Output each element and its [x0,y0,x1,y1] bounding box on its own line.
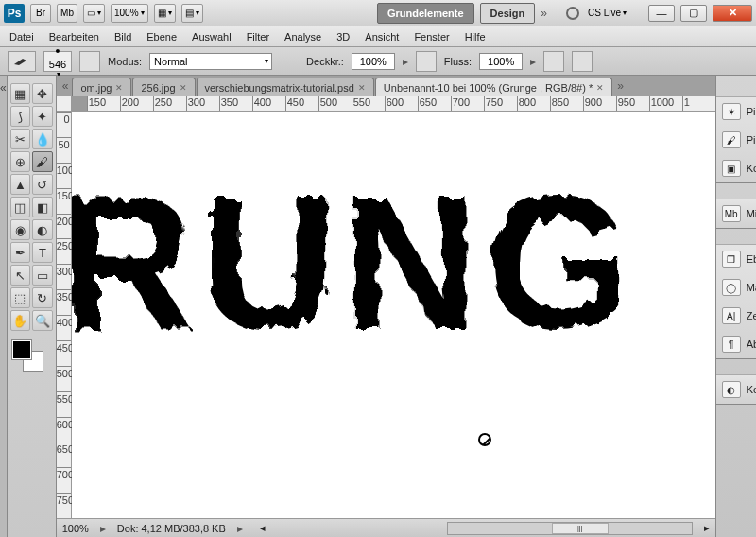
scroll-left-icon[interactable]: ◂ [260,522,266,534]
shape-tool[interactable]: ▭ [32,265,53,286]
menu-analyse[interactable]: Analyse [284,31,321,43]
crop-tool[interactable]: ✂ [10,129,31,149]
opacity-pressure-toggle[interactable] [416,51,437,72]
options-bar: •546 Modus: Normal Deckkr.: 100% ▸ Fluss… [0,47,756,76]
panel-minibridge[interactable]: MbMini ... [716,199,756,228]
tool-preset-picker[interactable] [8,51,36,72]
tab-scroll-left-icon[interactable]: « [62,79,69,93]
close-icon[interactable]: ✕ [358,83,366,93]
adjustments-icon: ◐ [722,381,741,398]
tab-unbenannt[interactable]: Unbenannt-10 bei 100% (Grunge , RGB/8#) … [375,78,612,96]
history-brush-tool[interactable]: ↺ [32,174,53,195]
cslive-dropdown[interactable]: CS Live [585,4,629,23]
clone-icon: ▣ [722,160,741,177]
foreground-swatch[interactable] [12,340,31,359]
3d-object-tool[interactable]: ⬚ [10,287,31,308]
menu-auswahl[interactable]: Auswahl [192,31,232,43]
move-tool[interactable]: ✥ [32,83,53,104]
flow-input[interactable]: 100% [479,53,523,70]
workspace-tab-grundelemente[interactable]: Grundelemente [377,3,474,24]
toolbox-expand-strip[interactable]: « [0,76,8,537]
horizontal-scrollbar[interactable]: ||| [447,522,693,535]
brush-tool[interactable]: 🖌 [32,151,53,172]
menu-bild[interactable]: Bild [114,31,131,43]
panel-pinsel[interactable]: 🖌Pinsel [716,126,756,154]
dodge-tool[interactable]: ◐ [32,219,53,240]
panel-masken[interactable]: ◯Masken [716,273,756,302]
menu-ebene[interactable]: Ebene [146,31,177,43]
panel-zeichen[interactable]: A|Zeichen [716,302,756,330]
minibridge-button[interactable]: Mb [57,4,77,23]
character-icon: A| [722,307,741,324]
flow-flyout-icon[interactable]: ▸ [530,55,536,68]
mode-label: Modus: [108,56,142,67]
tab-256[interactable]: 256.jpg✕ [132,78,195,96]
no-drop-cursor-icon [478,433,491,446]
zoom-dropdown[interactable]: 100% [111,4,148,23]
stamp-tool[interactable]: ▲ [10,174,31,195]
screen-mode-button[interactable]: ▭ [83,4,105,23]
panel-absatz[interactable]: ¶Absatz [716,330,756,358]
panel-pinsel-presets[interactable]: ✶Pinsel... [716,97,756,126]
arrange-button[interactable]: ▦ [154,4,176,23]
menu-datei[interactable]: Datei [9,31,34,43]
gradient-tool[interactable]: ◧ [32,197,53,217]
close-icon[interactable]: ✕ [180,83,187,93]
menu-filter[interactable]: Filter [247,31,269,43]
extras-button[interactable]: ▤ [181,4,203,23]
wand-tool[interactable]: ✦ [32,106,53,127]
status-menu-icon[interactable]: ▸ [237,522,243,535]
close-icon[interactable]: ✕ [596,83,604,93]
horizontal-ruler[interactable]: 1502002503003504004505005506006507007508… [87,96,715,112]
maximize-button[interactable]: ▢ [680,5,707,22]
canvas[interactable]: RUNG [72,112,715,518]
lasso-tool[interactable]: ⟆ [10,106,31,127]
status-flyout-icon[interactable]: ▸ [100,522,106,535]
menu-bar: Datei Bearbeiten Bild Ebene Auswahl Filt… [0,26,756,47]
type-tool[interactable]: T [32,242,53,263]
workspace-more-icon[interactable]: » [541,7,547,20]
menu-fenster[interactable]: Fenster [414,31,449,43]
airbrush-toggle[interactable] [543,51,564,72]
eraser-tool[interactable]: ◫ [10,197,31,217]
status-doc-size[interactable]: Dok: 4,12 MB/383,8 KB [117,523,226,534]
masks-icon: ◯ [722,279,741,296]
marquee-tool[interactable]: ▦ [10,83,31,104]
ruler-origin[interactable] [57,96,72,112]
close-icon[interactable]: ✕ [115,83,123,93]
workspace-tab-design[interactable]: Design [480,3,536,24]
vertical-ruler[interactable]: 0501001502002503003504004505005506006507… [57,112,72,518]
menu-bearbeiten[interactable]: Bearbeiten [49,31,99,43]
blur-tool[interactable]: ◉ [10,219,31,240]
pen-tool[interactable]: ✒ [10,242,31,263]
panel-korrekturen[interactable]: ◐Korre... [716,375,756,404]
size-pressure-toggle[interactable] [572,51,593,72]
tab-scroll-right-icon[interactable]: » [617,79,624,93]
panel-kopie[interactable]: ▣Kopie... [716,154,756,182]
menu-3d[interactable]: 3D [336,31,350,43]
status-zoom[interactable]: 100% [62,523,89,534]
tab-verschiebung[interactable]: verschiebungsmatrix-tutorial.psd✕ [197,78,374,96]
bridge-button[interactable]: Br [30,4,51,23]
panel-ebenen[interactable]: ❒Ebenen [716,245,756,273]
tab-om[interactable]: om.jpg✕ [72,78,131,96]
eyedropper-tool[interactable]: 💧 [32,129,53,149]
menu-ansicht[interactable]: Ansicht [365,31,399,43]
color-swatches[interactable] [10,340,53,372]
flow-label: Fluss: [444,56,472,67]
blend-mode-select[interactable]: Normal [149,53,272,70]
brush-size-picker[interactable]: •546 [43,51,72,72]
opacity-input[interactable]: 100% [352,53,395,70]
scroll-right-icon[interactable]: ▸ [704,522,710,534]
zoom-tool[interactable]: 🔍 [32,310,53,331]
close-button[interactable]: ✕ [713,5,752,22]
menu-hilfe[interactable]: Hilfe [465,31,486,43]
minimize-button[interactable]: — [648,5,675,22]
hand-tool[interactable]: ✋ [10,310,31,331]
heal-tool[interactable]: ⊕ [10,151,31,172]
brush-panel-toggle[interactable] [79,51,100,72]
3d-camera-tool[interactable]: ↻ [32,287,53,308]
path-select-tool[interactable]: ↖ [10,265,31,286]
opacity-flyout-icon[interactable]: ▸ [403,55,408,68]
scrollbar-thumb[interactable]: ||| [552,523,609,534]
